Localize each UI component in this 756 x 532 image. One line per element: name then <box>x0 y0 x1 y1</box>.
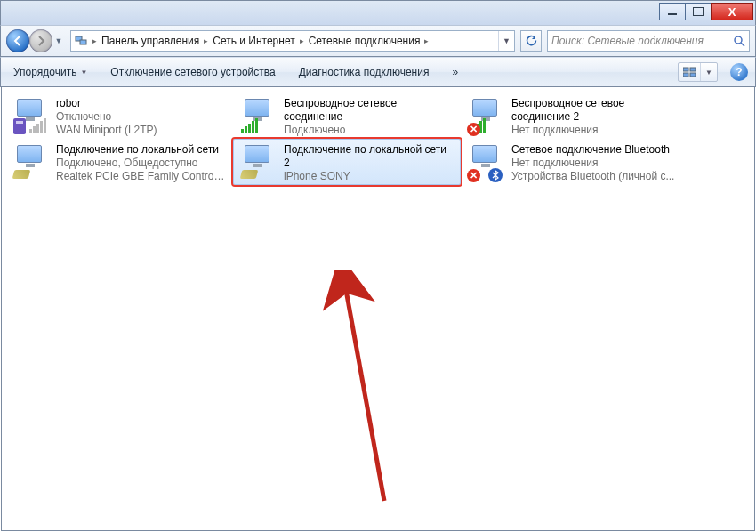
search-input[interactable] <box>551 35 733 47</box>
connection-item[interactable]: Беспроводное сетевое соединениеПодключен… <box>233 93 461 139</box>
connection-item[interactable]: Подключение по локальной сетиПодключено,… <box>5 139 233 185</box>
address-dropdown-button[interactable]: ▼ <box>498 31 514 51</box>
connection-status: Отключено <box>56 110 227 124</box>
svg-line-3 <box>741 43 744 46</box>
connection-name: robor <box>56 97 227 110</box>
connection-status: Нет подключения <box>511 157 682 170</box>
back-button[interactable] <box>6 29 29 52</box>
maximize-button[interactable] <box>685 3 712 20</box>
organize-button[interactable]: Упорядочить ▼ <box>8 63 92 81</box>
breadcrumb-segment[interactable]: Сеть и Интернет <box>210 31 297 51</box>
svg-rect-5 <box>690 68 696 71</box>
connection-device: Realtek PCIe GBE Family Controller <box>56 170 227 183</box>
view-options-button[interactable]: ▼ <box>678 62 718 82</box>
connection-name: Беспроводное сетевое соединение 2 <box>511 97 682 124</box>
connection-status: Подключено, Общедоступно <box>56 157 227 170</box>
view-icon <box>679 63 700 81</box>
window-titlebar <box>0 0 756 25</box>
svg-rect-7 <box>690 73 696 77</box>
connection-name: Подключение по локальной сети 2 <box>284 143 454 170</box>
navigation-bar: ▼ ▸ Панель управления ▸ Сеть и Интернет … <box>0 25 756 57</box>
history-dropdown-button[interactable]: ▼ <box>52 30 65 52</box>
svg-line-8 <box>344 280 384 501</box>
chevron-down-icon: ▼ <box>80 69 87 77</box>
connection-name: Беспроводное сетевое соединение <box>284 97 454 124</box>
svg-rect-1 <box>80 40 86 44</box>
connection-status: Нет подключения <box>511 124 682 137</box>
search-icon[interactable] <box>733 35 745 47</box>
diagnose-button[interactable]: Диагностика подключения <box>294 63 435 81</box>
address-bar[interactable]: ▸ Панель управления ▸ Сеть и Интернет ▸ … <box>70 30 515 52</box>
forward-button[interactable] <box>29 29 52 52</box>
annotation-arrow <box>295 270 402 510</box>
connection-item[interactable]: ✕Сетевое подключение BluetoothНет подклю… <box>461 139 688 185</box>
organize-label: Упорядочить <box>13 66 76 78</box>
content-area: roborОтключеноWAN Miniport (L2TP)Беспров… <box>1 87 755 531</box>
connection-device: WAN Miniport (L2TP) <box>56 124 227 137</box>
more-commands-button[interactable]: » <box>446 63 463 81</box>
connection-item[interactable]: roborОтключеноWAN Miniport (L2TP) <box>5 93 233 139</box>
breadcrumb-segment[interactable]: Сетевые подключения <box>306 31 423 51</box>
search-box[interactable] <box>547 30 750 52</box>
svg-rect-6 <box>683 73 688 77</box>
disable-device-button[interactable]: Отключение сетевого устройства <box>105 63 280 81</box>
items-grid: roborОтключеноWAN Miniport (L2TP)Беспров… <box>5 93 751 185</box>
chevron-down-icon: ▼ <box>700 63 717 81</box>
connection-item[interactable]: Подключение по локальной сети 2iPhone SO… <box>233 139 461 185</box>
command-bar: Упорядочить ▼ Отключение сетевого устрой… <box>0 57 756 87</box>
connection-name: Сетевое подключение Bluetooth <box>511 143 682 157</box>
network-icon <box>74 34 88 48</box>
close-button[interactable] <box>711 3 753 20</box>
connection-device: Устройства Bluetooth (личной с... <box>511 170 682 183</box>
refresh-button[interactable] <box>520 30 542 52</box>
connection-name: Подключение по локальной сети <box>56 143 227 157</box>
minimize-button[interactable] <box>659 3 686 20</box>
connection-status: Подключено <box>284 124 454 137</box>
svg-point-2 <box>735 36 742 44</box>
help-button[interactable]: ? <box>730 63 748 81</box>
connection-item[interactable]: ✕Беспроводное сетевое соединение 2Нет по… <box>461 93 688 139</box>
breadcrumb-segment[interactable]: Панель управления <box>99 31 202 51</box>
connection-device: iPhone SONY <box>284 170 454 183</box>
svg-rect-4 <box>683 68 688 71</box>
